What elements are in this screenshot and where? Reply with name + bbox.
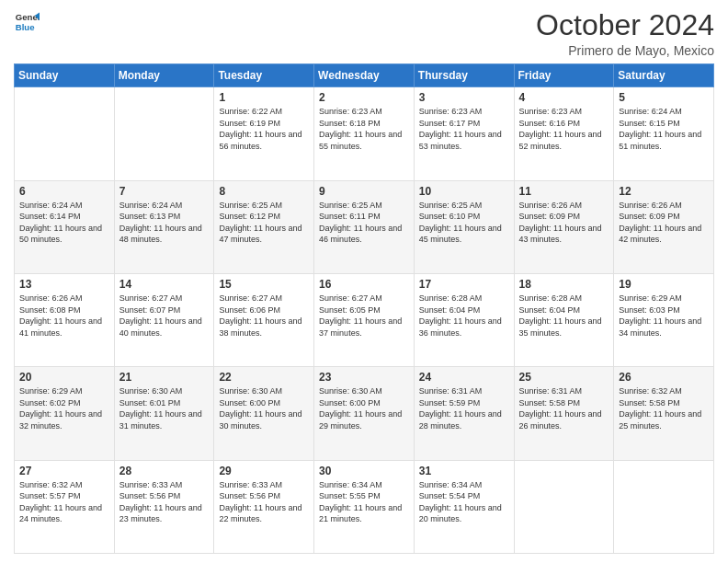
day-number: 22 [219,371,309,384]
col-wednesday: Wednesday [314,64,415,87]
table-row: 30 Sunrise: 6:34 AMSunset: 5:55 PMDaylig… [314,460,415,553]
table-row: 8 Sunrise: 6:25 AMSunset: 6:12 PMDayligh… [214,180,314,273]
day-info: Sunrise: 6:27 AMSunset: 6:06 PMDaylight:… [219,293,309,339]
calendar: Sunday Monday Tuesday Wednesday Thursday… [14,63,714,554]
day-info: Sunrise: 6:27 AMSunset: 6:07 PMDaylight:… [119,293,210,339]
day-number: 2 [319,91,409,104]
table-row: 15 Sunrise: 6:27 AMSunset: 6:06 PMDaylig… [214,273,314,366]
col-sunday: Sunday [15,64,115,87]
table-row [15,87,115,180]
day-number: 20 [19,371,109,384]
day-number: 6 [19,185,109,198]
calendar-week-row: 1 Sunrise: 6:22 AMSunset: 6:19 PMDayligh… [15,87,714,180]
table-row: 24 Sunrise: 6:31 AMSunset: 5:59 PMDaylig… [414,367,514,460]
logo: General Blue [14,9,40,35]
table-row: 23 Sunrise: 6:30 AMSunset: 6:00 PMDaylig… [314,367,415,460]
day-number: 16 [319,278,409,291]
day-info: Sunrise: 6:33 AMSunset: 5:56 PMDaylight:… [219,479,309,525]
day-number: 23 [319,371,409,384]
day-info: Sunrise: 6:32 AMSunset: 5:58 PMDaylight:… [619,385,709,431]
day-info: Sunrise: 6:29 AMSunset: 6:03 PMDaylight:… [619,293,709,339]
table-row [614,460,714,553]
table-row: 2 Sunrise: 6:23 AMSunset: 6:18 PMDayligh… [314,87,415,180]
day-number: 18 [519,278,609,291]
table-row: 20 Sunrise: 6:29 AMSunset: 6:02 PMDaylig… [15,367,115,460]
day-info: Sunrise: 6:24 AMSunset: 6:15 PMDaylight:… [619,106,709,152]
table-row: 10 Sunrise: 6:25 AMSunset: 6:10 PMDaylig… [414,180,514,273]
col-friday: Friday [514,64,614,87]
day-info: Sunrise: 6:26 AMSunset: 6:08 PMDaylight:… [19,293,109,339]
day-number: 10 [419,185,509,198]
table-row: 7 Sunrise: 6:24 AMSunset: 6:13 PMDayligh… [114,180,214,273]
day-info: Sunrise: 6:23 AMSunset: 6:16 PMDaylight:… [519,106,609,152]
calendar-week-row: 27 Sunrise: 6:32 AMSunset: 5:57 PMDaylig… [15,460,714,553]
table-row: 3 Sunrise: 6:23 AMSunset: 6:17 PMDayligh… [414,87,514,180]
day-number: 3 [419,91,509,104]
day-number: 8 [219,185,309,198]
day-info: Sunrise: 6:29 AMSunset: 6:02 PMDaylight:… [19,385,109,431]
logo-icon: General Blue [14,9,40,35]
table-row: 12 Sunrise: 6:26 AMSunset: 6:09 PMDaylig… [614,180,714,273]
table-row: 26 Sunrise: 6:32 AMSunset: 5:58 PMDaylig… [614,367,714,460]
day-info: Sunrise: 6:31 AMSunset: 5:59 PMDaylight:… [419,385,509,431]
day-info: Sunrise: 6:32 AMSunset: 5:57 PMDaylight:… [19,479,109,525]
day-number: 31 [419,465,509,477]
day-number: 15 [219,278,309,291]
table-row: 29 Sunrise: 6:33 AMSunset: 5:56 PMDaylig… [214,460,314,553]
day-info: Sunrise: 6:27 AMSunset: 6:05 PMDaylight:… [319,293,409,339]
day-info: Sunrise: 6:23 AMSunset: 6:17 PMDaylight:… [419,106,509,152]
table-row: 4 Sunrise: 6:23 AMSunset: 6:16 PMDayligh… [514,87,614,180]
day-number: 25 [519,371,609,384]
calendar-week-row: 13 Sunrise: 6:26 AMSunset: 6:08 PMDaylig… [15,273,714,366]
day-info: Sunrise: 6:25 AMSunset: 6:11 PMDaylight:… [319,200,409,246]
table-row: 13 Sunrise: 6:26 AMSunset: 6:08 PMDaylig… [15,273,115,366]
day-number: 12 [619,185,709,198]
day-info: Sunrise: 6:33 AMSunset: 5:56 PMDaylight:… [119,479,210,525]
table-row: 19 Sunrise: 6:29 AMSunset: 6:03 PMDaylig… [614,273,714,366]
table-row: 27 Sunrise: 6:32 AMSunset: 5:57 PMDaylig… [15,460,115,553]
day-number: 24 [419,371,509,384]
table-row: 18 Sunrise: 6:28 AMSunset: 6:04 PMDaylig… [514,273,614,366]
title-block: October 2024 Primero de Mayo, Mexico [536,9,714,58]
day-number: 13 [19,278,109,291]
day-number: 14 [119,278,210,291]
day-info: Sunrise: 6:30 AMSunset: 6:00 PMDaylight:… [219,385,309,431]
day-number: 5 [619,91,709,104]
table-row: 31 Sunrise: 6:34 AMSunset: 5:54 PMDaylig… [414,460,514,553]
table-row: 6 Sunrise: 6:24 AMSunset: 6:14 PMDayligh… [15,180,115,273]
svg-text:General: General [16,12,40,22]
day-info: Sunrise: 6:30 AMSunset: 6:01 PMDaylight:… [119,385,210,431]
table-row: 9 Sunrise: 6:25 AMSunset: 6:11 PMDayligh… [314,180,415,273]
table-row: 17 Sunrise: 6:28 AMSunset: 6:04 PMDaylig… [414,273,514,366]
day-info: Sunrise: 6:26 AMSunset: 6:09 PMDaylight:… [619,200,709,246]
table-row: 16 Sunrise: 6:27 AMSunset: 6:05 PMDaylig… [314,273,415,366]
day-number: 11 [519,185,609,198]
table-row: 21 Sunrise: 6:30 AMSunset: 6:01 PMDaylig… [114,367,214,460]
day-info: Sunrise: 6:25 AMSunset: 6:12 PMDaylight:… [219,200,309,246]
day-number: 1 [219,91,309,104]
day-info: Sunrise: 6:28 AMSunset: 6:04 PMDaylight:… [519,293,609,339]
day-number: 9 [319,185,409,198]
location: Primero de Mayo, Mexico [536,43,714,58]
day-number: 4 [519,91,609,104]
col-monday: Monday [114,64,214,87]
day-number: 7 [119,185,210,198]
col-thursday: Thursday [414,64,514,87]
page: General Blue October 2024 Primero de May… [0,0,728,563]
day-info: Sunrise: 6:24 AMSunset: 6:14 PMDaylight:… [19,200,109,246]
table-row: 5 Sunrise: 6:24 AMSunset: 6:15 PMDayligh… [614,87,714,180]
day-info: Sunrise: 6:26 AMSunset: 6:09 PMDaylight:… [519,200,609,246]
month-title: October 2024 [536,9,714,41]
table-row: 28 Sunrise: 6:33 AMSunset: 5:56 PMDaylig… [114,460,214,553]
calendar-week-row: 20 Sunrise: 6:29 AMSunset: 6:02 PMDaylig… [15,367,714,460]
day-info: Sunrise: 6:30 AMSunset: 6:00 PMDaylight:… [319,385,409,431]
day-info: Sunrise: 6:24 AMSunset: 6:13 PMDaylight:… [119,200,210,246]
table-row: 1 Sunrise: 6:22 AMSunset: 6:19 PMDayligh… [214,87,314,180]
header: General Blue October 2024 Primero de May… [14,9,714,58]
table-row: 25 Sunrise: 6:31 AMSunset: 5:58 PMDaylig… [514,367,614,460]
day-number: 27 [19,465,109,477]
day-info: Sunrise: 6:23 AMSunset: 6:18 PMDaylight:… [319,106,409,152]
table-row [114,87,214,180]
day-number: 19 [619,278,709,291]
day-number: 21 [119,371,210,384]
